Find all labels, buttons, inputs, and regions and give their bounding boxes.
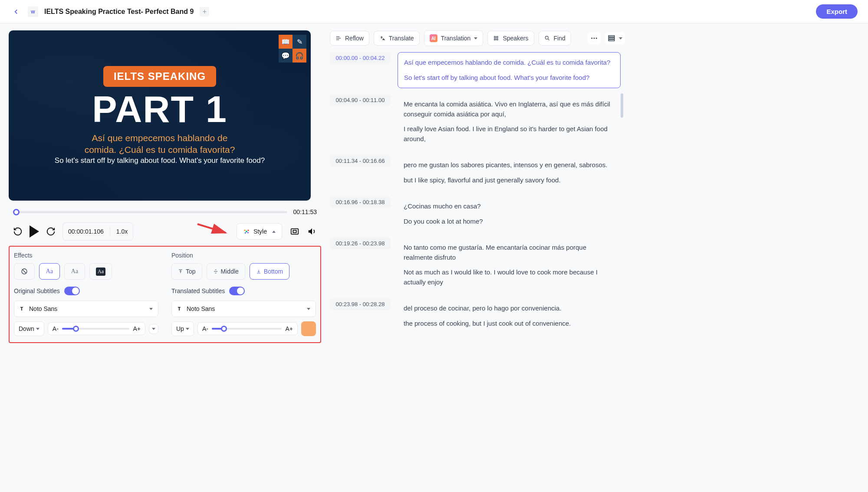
timeline-track[interactable]: [13, 211, 287, 213]
segment-body[interactable]: Así que empecemos hablando de comida. ¿C…: [398, 52, 621, 88]
style-button[interactable]: Style: [237, 223, 282, 240]
segment-translated-text[interactable]: ¿Cocinas mucho en casa?: [404, 201, 615, 211]
video-overlay: IELTS SPEAKING PART 1 Así que empecemos …: [9, 30, 311, 201]
reflow-button[interactable]: Reflow: [330, 31, 369, 46]
segment-original-text[interactable]: I really love Asian food. I live in Engl…: [404, 124, 615, 144]
add-tab-button[interactable]: +: [200, 7, 209, 17]
translate-label: Translate: [389, 35, 414, 42]
effects-title: Effects: [14, 252, 158, 259]
segment-body[interactable]: pero me gustan los sabores picantes, int…: [398, 155, 621, 190]
subtitle-translated-line1: Así que empecemos hablando de: [92, 133, 228, 143]
segment-original-text[interactable]: Not as much as I would like to. I would …: [404, 267, 615, 287]
header: w IELTS Speaking Practice Test- Perfect …: [0, 0, 868, 23]
translated-subtitles-label: Translated Subtitles: [171, 287, 225, 294]
playback-speed[interactable]: 1.0x: [116, 228, 128, 235]
effect-box-button[interactable]: Aa: [89, 263, 112, 280]
reflow-label: Reflow: [345, 35, 364, 42]
subtitle-translated-line2: comida. ¿Cuál es tu comida favorita?: [85, 145, 235, 155]
segment-body[interactable]: Me encanta la comida asiática. Vivo en I…: [398, 94, 621, 149]
segment-body[interactable]: ¿Cocinas mucho en casa?Do you cook a lot…: [398, 196, 621, 231]
original-more-select[interactable]: [149, 324, 158, 334]
segment-translated-text[interactable]: Así que empecemos hablando de comida. ¿C…: [404, 58, 614, 68]
fullscreen-button[interactable]: [290, 227, 299, 236]
font-icon: T: [177, 306, 183, 312]
position-bottom-button[interactable]: Bottom: [250, 263, 289, 280]
rewind-button[interactable]: [13, 227, 23, 236]
original-direction-select[interactable]: Down: [14, 321, 44, 336]
transcript-segment[interactable]: 00:00.00 - 00:04.22Así que empecemos hab…: [330, 52, 621, 88]
segment-original-text[interactable]: but I like spicy, flavorful and just gen…: [404, 175, 615, 185]
subtitle-translated: Así que empecemos hablando de comida. ¿C…: [85, 132, 235, 156]
view-mode-button[interactable]: [605, 32, 625, 45]
translated-direction-select[interactable]: Up: [171, 321, 194, 336]
original-size-slider[interactable]: A- A+: [48, 322, 145, 335]
segment-time[interactable]: 00:16.96 - 00:18.38: [330, 196, 391, 208]
align-bottom-icon: [256, 269, 261, 274]
translated-subtitles-toggle[interactable]: [229, 287, 245, 295]
transcript-list[interactable]: 00:00.00 - 00:04.22Así que empecemos hab…: [330, 52, 625, 330]
forward-button[interactable]: [46, 227, 56, 236]
svg-point-29: [596, 38, 597, 39]
transcript-segment[interactable]: 00:16.96 - 00:18.38¿Cocinas mucho en cas…: [330, 196, 621, 231]
effect-outline-button[interactable]: Aa: [39, 263, 60, 280]
export-button[interactable]: Export: [816, 4, 858, 19]
translated-size-slider[interactable]: A- A+: [197, 322, 298, 335]
segment-translated-text[interactable]: Me encanta la comida asiática. Vivo en I…: [404, 99, 615, 119]
svg-text:T: T: [20, 306, 23, 311]
segment-body[interactable]: No tanto como me gustaría. Me encantaría…: [398, 238, 621, 292]
player-controls: 00:00:01.106 1.0x Style: [13, 222, 317, 241]
segment-translated-text[interactable]: del proceso de cocinar, pero lo hago por…: [404, 304, 615, 314]
style-panel: Effects Aa Aa Aa Original Subtitles T No…: [9, 246, 321, 343]
segment-time[interactable]: 00:11.34 - 00:16.66: [330, 155, 391, 167]
page-title[interactable]: IELTS Speaking Practice Test- Perfect Ba…: [44, 8, 194, 16]
segment-original-text[interactable]: Do you cook a lot at home?: [404, 217, 615, 227]
transcript-segment[interactable]: 00:11.34 - 00:16.66pero me gustan los sa…: [330, 155, 621, 190]
translated-font-select[interactable]: T Noto Sans: [171, 300, 316, 317]
segment-time[interactable]: 00:00.00 - 00:04.22: [330, 52, 391, 64]
chevron-down-icon: [152, 328, 155, 330]
segment-translated-text[interactable]: No tanto como me gustaría. Me encantaría…: [404, 243, 615, 262]
original-subtitles-toggle[interactable]: [64, 287, 80, 295]
transcript-segment[interactable]: 00:23.98 - 00:28.28del proceso de cocina…: [330, 298, 621, 330]
segment-original-text[interactable]: So let's start off by talking about food…: [404, 73, 614, 83]
current-time[interactable]: 00:00:01.106: [68, 228, 104, 235]
more-button[interactable]: [588, 32, 601, 45]
right-panel: Reflow Translate AI Translation Speakers…: [330, 30, 625, 343]
segment-translated-text[interactable]: pero me gustan los sabores picantes, int…: [404, 160, 615, 170]
volume-button[interactable]: [307, 227, 317, 236]
translate-button[interactable]: Translate: [374, 31, 420, 46]
play-button[interactable]: [30, 225, 39, 238]
header-left: w IELTS Speaking Practice Test- Perfect …: [10, 6, 209, 17]
segment-original-text[interactable]: the process of cooking, but I just cook …: [404, 319, 615, 329]
size-increase-label: A+: [285, 325, 293, 332]
effect-none-button[interactable]: [14, 263, 35, 280]
size-increase-label: A+: [133, 325, 141, 332]
video-big-text: PART 1: [92, 90, 227, 128]
color-picker[interactable]: [301, 321, 316, 336]
speakers-button[interactable]: Speakers: [487, 31, 534, 46]
transcript-toolbar: Reflow Translate AI Translation Speakers…: [330, 30, 625, 46]
left-panel: 📖 ✎ 💬 🎧 IELTS SPEAKING PART 1 Así que em…: [9, 30, 321, 343]
timeline: 00:11:53: [13, 208, 317, 215]
segment-time[interactable]: 00:04.90 - 00:11.00: [330, 94, 391, 106]
segment-time[interactable]: 00:23.98 - 00:28.28: [330, 298, 391, 310]
video-preview[interactable]: 📖 ✎ 💬 🎧 IELTS SPEAKING PART 1 Así que em…: [9, 30, 311, 201]
translation-dropdown[interactable]: AI Translation: [424, 30, 483, 46]
segment-time[interactable]: 00:19.26 - 00:23.98: [330, 238, 391, 249]
segment-body[interactable]: del proceso de cocinar, pero lo hago por…: [398, 298, 621, 330]
position-middle-label: Middle: [221, 268, 239, 275]
font-icon: T: [20, 306, 26, 312]
back-button[interactable]: [10, 6, 22, 17]
speakers-icon: [493, 35, 499, 41]
reflow-icon: [335, 35, 342, 41]
position-middle-button[interactable]: Middle: [207, 263, 245, 280]
original-font-select[interactable]: T Noto Sans: [14, 300, 158, 317]
find-button[interactable]: Find: [539, 31, 571, 46]
time-speed-display[interactable]: 00:00:01.106 1.0x: [62, 222, 133, 241]
effect-plain-button[interactable]: Aa: [64, 263, 85, 280]
scrollbar[interactable]: [621, 93, 623, 118]
position-top-button[interactable]: Top: [171, 263, 202, 280]
transcript-segment[interactable]: 00:04.90 - 00:11.00Me encanta la comida …: [330, 94, 621, 149]
transcript-segment[interactable]: 00:19.26 - 00:23.98No tanto como me gust…: [330, 238, 621, 292]
timeline-thumb[interactable]: [13, 209, 20, 215]
